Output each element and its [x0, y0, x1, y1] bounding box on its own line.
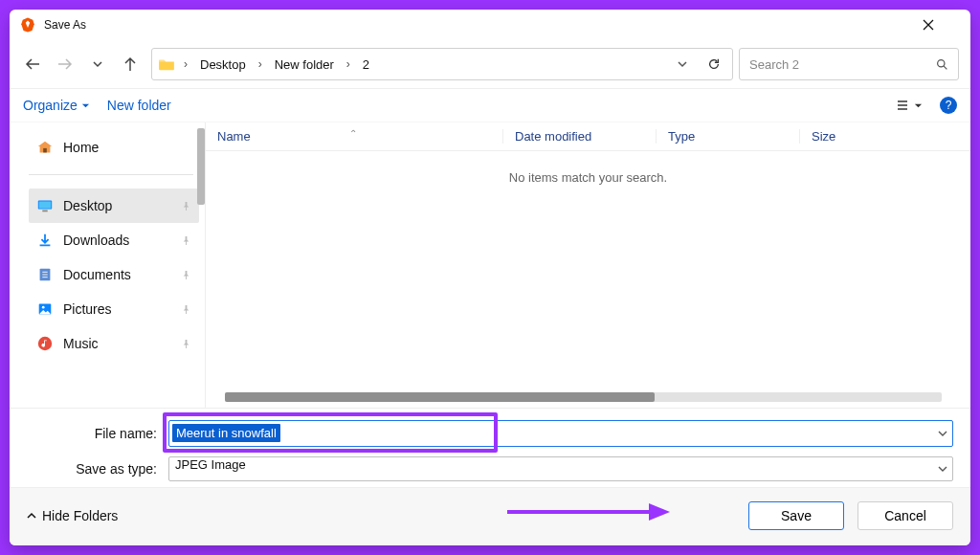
pin-icon [181, 201, 191, 211]
file-name-input[interactable] [168, 420, 953, 447]
column-headers[interactable]: Name ⌃ Date modified Type Size [206, 122, 970, 151]
chevron-right-icon: › [256, 57, 265, 71]
pictures-icon [36, 300, 54, 318]
organize-menu[interactable]: Organize [23, 98, 90, 113]
music-icon [36, 335, 54, 352]
sort-indicator-icon: ⌃ [349, 128, 357, 139]
svg-rect-3 [39, 202, 52, 209]
titlebar: Save As [10, 10, 970, 40]
search-placeholder: Search 2 [749, 57, 799, 72]
cancel-button[interactable]: Cancel [858, 501, 953, 530]
breadcrumb-item[interactable]: 2 [359, 56, 373, 74]
document-icon [36, 266, 54, 283]
file-name-label: File name: [27, 426, 163, 441]
column-date[interactable]: Date modified [502, 129, 656, 144]
recent-dropdown[interactable] [88, 55, 107, 74]
pin-icon [181, 304, 191, 315]
save-type-select[interactable]: JPEG Image [168, 456, 953, 481]
back-button[interactable] [23, 55, 42, 74]
svg-point-7 [42, 306, 45, 309]
hide-folders-toggle[interactable]: Hide Folders [27, 508, 118, 523]
sidebar: Home Desktop [10, 122, 206, 408]
svg-rect-1 [43, 148, 47, 153]
sidebar-item-label: Home [63, 140, 99, 155]
toolbar: Organize New folder ? [10, 89, 970, 122]
desktop-icon [36, 197, 54, 214]
sidebar-item-label: Pictures [63, 301, 112, 317]
svg-rect-4 [42, 211, 47, 212]
save-type-label: Save as type: [27, 461, 163, 477]
column-name[interactable]: Name ⌃ [206, 129, 502, 144]
sidebar-item-downloads[interactable]: Downloads [29, 223, 199, 257]
chevron-right-icon: › [344, 57, 353, 71]
chevron-right-icon: › [181, 57, 190, 71]
folder-icon [158, 57, 175, 71]
file-list-area: Name ⌃ Date modified Type Size No items … [206, 122, 970, 408]
path-dropdown[interactable] [669, 58, 696, 70]
up-button[interactable] [121, 55, 140, 74]
nav-row: › Desktop › New folder › 2 Search 2 [10, 40, 970, 89]
svg-marker-10 [649, 503, 670, 521]
save-as-dialog: Save As [10, 10, 970, 545]
pin-icon [181, 270, 191, 280]
sidebar-item-documents[interactable]: Documents [29, 257, 199, 292]
sidebar-item-pictures[interactable]: Pictures [29, 292, 199, 326]
sidebar-scrollbar[interactable] [197, 128, 205, 205]
pin-icon [181, 339, 191, 349]
sidebar-item-label: Downloads [63, 233, 129, 248]
pin-icon [181, 235, 191, 246]
sidebar-item-label: Documents [63, 267, 131, 282]
column-type[interactable]: Type [656, 129, 799, 144]
footer: Hide Folders Save Cancel [10, 487, 970, 545]
column-size[interactable]: Size [799, 129, 970, 144]
close-button[interactable] [923, 19, 961, 31]
sidebar-item-home[interactable]: Home [29, 130, 199, 165]
brave-icon [19, 16, 36, 33]
forward-button[interactable] [56, 55, 75, 74]
refresh-button[interactable] [702, 57, 726, 71]
sidebar-item-label: Music [63, 336, 99, 351]
breadcrumb-item[interactable]: New folder [271, 56, 338, 74]
sidebar-item-desktop[interactable]: Desktop [29, 189, 199, 223]
scrollbar-thumb[interactable] [225, 392, 655, 402]
window-title: Save As [44, 18, 86, 32]
help-button[interactable]: ? [940, 97, 957, 114]
download-icon [36, 232, 54, 249]
sidebar-item-label: Desktop [63, 198, 112, 213]
search-input[interactable]: Search 2 [739, 48, 959, 80]
home-icon [36, 139, 54, 156]
breadcrumb-item[interactable]: Desktop [196, 56, 250, 74]
empty-state-message: No items match your search. [206, 170, 970, 185]
annotation-arrow-icon [507, 503, 670, 521]
search-icon [936, 58, 948, 71]
svg-point-0 [938, 59, 945, 66]
breadcrumb-bar[interactable]: › Desktop › New folder › 2 [151, 48, 733, 80]
view-menu[interactable] [895, 98, 923, 113]
new-folder-button[interactable]: New folder [107, 98, 171, 113]
form-area: File name: Meerut in snowfall Save as ty… [10, 408, 970, 487]
horizontal-scrollbar[interactable] [225, 392, 942, 402]
sidebar-item-music[interactable]: Music [29, 326, 199, 361]
save-button[interactable]: Save [748, 501, 844, 530]
